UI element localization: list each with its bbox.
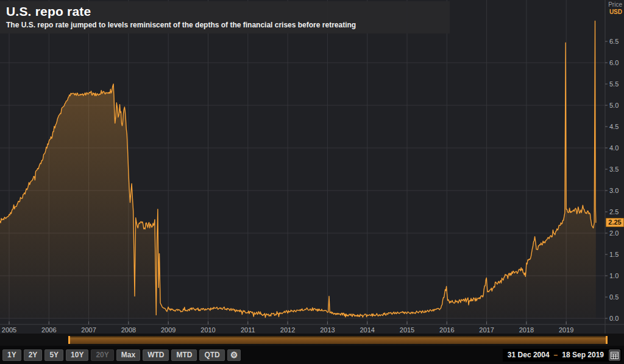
range-button-mtd[interactable]: MTD (171, 349, 197, 361)
price-chart[interactable]: 6.56.05.55.04.54.03.53.02.52.01.51.00.50… (0, 0, 624, 334)
range-button-20y[interactable]: 20Y (91, 349, 113, 361)
x-axis-label: 2019 (559, 326, 573, 334)
x-axis-label: 2013 (320, 326, 335, 334)
x-axis-label: 2010 (200, 326, 215, 334)
y-axis-label: 4.5 (609, 123, 624, 130)
y-axis-label: 6.0 (609, 59, 624, 66)
calendar-icon (611, 351, 619, 359)
currency-label: USD (608, 9, 622, 16)
y-axis-label: 2.5 (609, 208, 624, 215)
range-button-max[interactable]: Max (116, 349, 140, 361)
last-price-badge: 2.25 (606, 218, 624, 227)
x-axis-label: 2018 (519, 326, 534, 334)
range-button-10y[interactable]: 10Y (66, 349, 88, 361)
scrollbar-right-handle[interactable] (606, 336, 608, 344)
chart-title: U.S. repo rate (6, 4, 444, 19)
x-axis-label: 2008 (121, 326, 136, 334)
calendar-button[interactable] (609, 349, 620, 361)
range-button-5y[interactable]: 5Y (44, 349, 63, 361)
y-axis-label: 1.5 (609, 251, 624, 258)
y-axis-label: 0.0 (609, 315, 624, 322)
y-axis-label: 5.5 (609, 80, 624, 88)
chart-canvas[interactable] (0, 0, 624, 334)
settings-button[interactable]: ⚙ (227, 349, 241, 361)
x-axis-label: 2009 (161, 326, 176, 334)
scrollbar-left-handle[interactable] (68, 336, 70, 344)
bottom-toolbar: 1Y2Y5Y10Y20YMaxWTDMTDQTD ⚙ 31 Dec 2004 –… (0, 346, 624, 364)
date-range-end: 18 Sep 2019 (562, 351, 604, 359)
x-axis-label: 2012 (280, 326, 295, 334)
y-axis-label: 6.5 (609, 38, 624, 45)
range-button-1y[interactable]: 1Y (2, 349, 21, 361)
x-axis-label: 2015 (400, 326, 414, 334)
range-buttons: 1Y2Y5Y10Y20YMaxWTDMTDQTD (2, 349, 227, 361)
y-axis-label: 3.5 (609, 166, 624, 173)
x-axis-label: 2011 (241, 326, 255, 334)
y-axis-label: 4.0 (609, 144, 624, 152)
y-axis-label: 1.0 (609, 272, 624, 279)
axis-header: Price USD (608, 1, 622, 16)
date-range-panel: 31 Dec 2004 – 18 Sep 2019 (503, 349, 622, 362)
x-axis-label: 2017 (479, 326, 494, 334)
x-axis-label: 2014 (360, 326, 374, 334)
x-axis-label: 2007 (81, 326, 96, 334)
y-axis-label: 0.5 (609, 293, 624, 301)
x-axis-label: 2005 (2, 326, 16, 334)
chart-application: 6.56.05.55.04.54.03.53.02.52.01.51.00.50… (0, 0, 624, 364)
range-button-wtd[interactable]: WTD (143, 349, 169, 361)
y-axis-label: 5.0 (609, 102, 624, 109)
range-button-2y[interactable]: 2Y (24, 349, 43, 361)
x-axis-label: 2016 (439, 326, 454, 334)
timeline-scrollbar[interactable] (68, 336, 608, 344)
timeline-scrollbar-track[interactable] (0, 334, 624, 346)
title-block: U.S. repo rate The U.S. repo rate jumped… (0, 1, 450, 33)
y-axis-label: 2.0 (609, 229, 624, 237)
x-axis-label: 2006 (41, 326, 56, 334)
gear-icon: ⚙ (230, 350, 238, 360)
price-axis-label: Price (608, 1, 622, 9)
date-range-start: 31 Dec 2004 (508, 351, 550, 359)
chart-subtitle: The U.S. repo rate jumped to levels remi… (6, 21, 444, 29)
y-axis-label: 3.0 (609, 187, 624, 194)
date-range-separator: – (554, 351, 558, 359)
range-button-qtd[interactable]: QTD (199, 349, 224, 361)
